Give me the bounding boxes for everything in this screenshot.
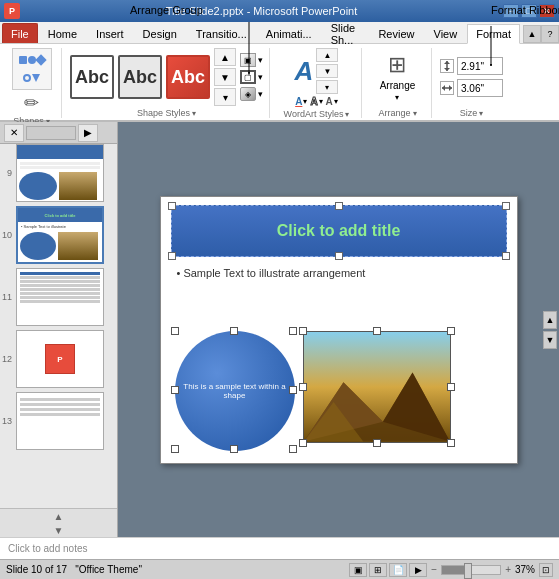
view-reading[interactable]: 📄 xyxy=(389,563,407,577)
wordart-a-icon[interactable]: A xyxy=(295,56,314,87)
scroll-up-arrow[interactable]: ▲ xyxy=(543,311,557,329)
image-container[interactable] xyxy=(303,331,451,443)
shapes-grid[interactable] xyxy=(12,48,52,90)
size-group-arrow[interactable]: ▾ xyxy=(479,109,483,118)
insert-shapes-content: ✏ xyxy=(12,48,52,114)
slide-num-13: 13 xyxy=(0,416,12,426)
zoom-plus[interactable]: + xyxy=(505,564,511,575)
view-slideshow[interactable]: ▶ xyxy=(409,563,427,577)
wordart-scroll-up[interactable]: ▲ xyxy=(316,48,338,62)
wordart-more[interactable]: ▾ xyxy=(316,80,338,94)
zoom-level: 37% xyxy=(515,564,535,575)
tab-home[interactable]: Home xyxy=(39,23,86,43)
wordart-arrow[interactable]: ▾ xyxy=(345,110,349,119)
shape-fill-btn[interactable]: ▣ ▾ xyxy=(240,53,263,67)
edit-shapes-icon[interactable]: ✏ xyxy=(24,92,39,114)
slide-info: Slide 10 of 17 xyxy=(6,564,67,575)
minimize-button[interactable]: − xyxy=(503,4,519,18)
shape-outline-btn[interactable]: ▢ ▾ xyxy=(240,70,263,84)
panel-scroll-arrows: ▲ ▼ xyxy=(0,508,117,537)
tab-view[interactable]: View xyxy=(425,23,467,43)
size-content xyxy=(440,48,503,106)
tab-transitions[interactable]: Transitio... xyxy=(187,23,256,43)
scroll-down[interactable]: ▼ xyxy=(0,523,117,537)
size-group-label: Size ▾ xyxy=(440,108,503,118)
view-sorter[interactable]: ⊞ xyxy=(369,563,387,577)
tab-review[interactable]: Review xyxy=(369,23,423,43)
slide-thumb-12[interactable]: 12 P xyxy=(0,330,117,388)
arrange-group-arrow[interactable]: ▾ xyxy=(413,109,417,118)
tab-slideshow[interactable]: Slide Sh... xyxy=(322,23,369,43)
panel-slider[interactable] xyxy=(26,126,76,140)
arrange-button[interactable]: ⊞ Arrange ▾ xyxy=(376,48,420,106)
shape-style-btn-1[interactable]: Abc xyxy=(70,55,114,99)
svg-marker-6 xyxy=(444,68,450,71)
text-effects-btn[interactable]: A▾ xyxy=(326,96,338,107)
restore-button[interactable]: □ xyxy=(521,4,537,18)
img-handle-l xyxy=(299,383,307,391)
styles-scroll-up[interactable]: ▲ xyxy=(214,48,236,66)
slide-num-10: 10 xyxy=(0,230,12,240)
shape-style-btn-2[interactable]: Abc xyxy=(118,55,162,99)
fit-slide-btn[interactable]: ⊡ xyxy=(539,563,553,577)
ribbon-tabs: File Home Insert Design Transitio... Ani… xyxy=(0,22,559,44)
arrange-content: ⊞ Arrange ▾ xyxy=(376,48,420,106)
view-normal[interactable]: ▣ xyxy=(349,563,367,577)
shape-effects-btn[interactable]: ◈ ▾ xyxy=(240,87,263,101)
slide-thumb-9[interactable]: 9 xyxy=(0,144,117,202)
main-area: ✕ ▶ 9 xyxy=(0,122,559,537)
image-placeholder[interactable] xyxy=(303,331,451,443)
height-input[interactable] xyxy=(457,57,503,75)
tab-format[interactable]: Format xyxy=(467,24,520,44)
arrange-icon: ⊞ xyxy=(388,52,406,78)
width-input[interactable] xyxy=(457,79,503,97)
slide-preview-9[interactable] xyxy=(16,144,104,202)
slide-preview-12[interactable]: P xyxy=(16,330,104,388)
zoom-slider[interactable] xyxy=(441,565,501,575)
slide-bullet: • Sample Text to illustrate arrangement xyxy=(177,267,366,279)
wordart-scroll-down[interactable]: ▼ xyxy=(316,64,338,78)
tab-file[interactable]: File xyxy=(2,23,38,43)
scroll-up[interactable]: ▲ xyxy=(0,509,117,523)
window-title: Title Slide2.pptx - Microsoft PowerPoint xyxy=(20,5,503,17)
styles-scroll-down[interactable]: ▼ xyxy=(214,68,236,86)
scroll-down-arrow[interactable]: ▼ xyxy=(543,331,557,349)
circle-handle-b xyxy=(230,445,238,453)
slide-num-11: 11 xyxy=(0,292,12,302)
shape-style-btn-3[interactable]: Abc xyxy=(166,55,210,99)
styles-more[interactable]: ▾ xyxy=(214,88,236,106)
text-fill-btn[interactable]: A▾ xyxy=(295,96,307,107)
tab-animations[interactable]: Animati... xyxy=(257,23,321,43)
ribbon-collapse-button[interactable]: ▲ xyxy=(523,25,541,43)
slide-thumb-10[interactable]: 10 Click to add title • Sample Text to i… xyxy=(0,206,117,264)
status-bar: Slide 10 of 17 "Office Theme" ▣ ⊞ 📄 ▶ − … xyxy=(0,559,559,579)
tab-insert[interactable]: Insert xyxy=(87,23,133,43)
slide-thumb-13[interactable]: 13 xyxy=(0,392,117,450)
theme-name: "Office Theme" xyxy=(75,564,142,575)
slides-list: 9 xyxy=(0,144,117,508)
slide-preview-10[interactable]: Click to add title • Sample Text to illu… xyxy=(16,206,104,264)
slide-num-9: 9 xyxy=(0,168,12,178)
slide-thumb-11[interactable]: 11 xyxy=(0,268,117,326)
slide-title-text: Click to add title xyxy=(277,222,401,240)
tab-design[interactable]: Design xyxy=(134,23,186,43)
circle-container[interactable]: This is a sample text within a shape xyxy=(175,331,293,449)
arrange-dropdown-arrow[interactable]: ▾ xyxy=(395,93,399,102)
close-button[interactable]: ✕ xyxy=(539,4,555,18)
handle-tl xyxy=(168,202,176,210)
title-bar-left: P xyxy=(4,3,20,19)
slide-preview-11[interactable] xyxy=(16,268,104,326)
panel-close-btn[interactable]: ✕ xyxy=(4,124,24,142)
slide-preview-13[interactable] xyxy=(16,392,104,450)
powerpoint-icon: P xyxy=(4,3,20,19)
notes-bar[interactable]: Click to add notes xyxy=(0,537,559,559)
slide-title-area[interactable]: Click to add title xyxy=(171,205,507,257)
panel-expand-btn[interactable]: ▶ xyxy=(78,124,98,142)
ribbon-help-button[interactable]: ? xyxy=(541,25,559,43)
circle-shape[interactable]: This is a sample text within a shape xyxy=(175,331,295,451)
text-outline-btn[interactable]: A▾ xyxy=(310,96,322,107)
zoom-minus[interactable]: − xyxy=(431,564,437,575)
shape-styles-arrow[interactable]: ▾ xyxy=(192,109,196,118)
window-controls: − □ ✕ xyxy=(503,4,555,18)
shape-styles-group: Abc Abc Abc ▲ ▼ ▾ ▣ ▾ ▢ ▾ xyxy=(64,48,270,118)
